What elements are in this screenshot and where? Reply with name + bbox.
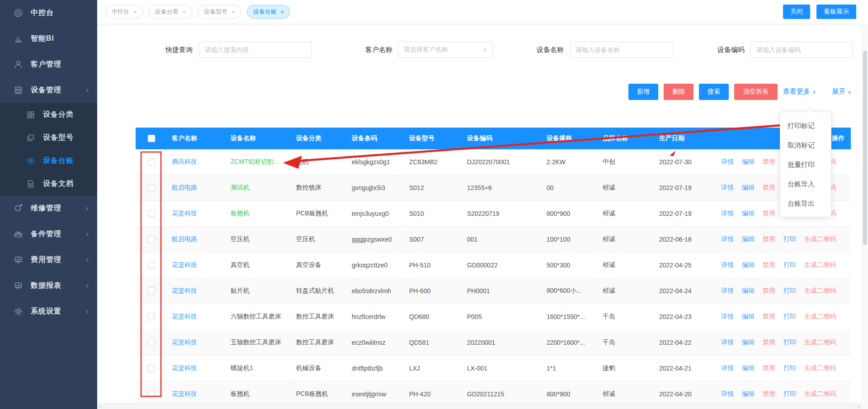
detail-link[interactable]: 详情: [721, 287, 734, 295]
disable-link[interactable]: 禁用: [763, 364, 775, 372]
print-link[interactable]: 打印: [783, 313, 796, 321]
generate-qrcode-link[interactable]: 生成二维码: [804, 235, 836, 243]
add-button[interactable]: 新增: [628, 84, 658, 100]
row-checkbox[interactable]: [148, 158, 155, 166]
sidebar-item-device-model[interactable]: 设备型号: [0, 126, 97, 149]
print-link[interactable]: 打印: [783, 338, 796, 347]
customer-name-link[interactable]: 花篮科技: [172, 261, 197, 269]
row-checkbox[interactable]: [148, 262, 155, 269]
tab-close-icon[interactable]: ×: [231, 9, 235, 15]
clear-all-button[interactable]: 清空所有: [734, 84, 778, 100]
disable-link[interactable]: 禁用: [763, 209, 775, 218]
scroll-left-icon[interactable]: ‹: [99, 404, 101, 409]
tab-console[interactable]: 中控台×: [105, 5, 143, 19]
tab-device-model[interactable]: 设备型号×: [198, 5, 241, 19]
edit-link[interactable]: 编辑: [742, 390, 755, 398]
print-link[interactable]: 打印: [783, 235, 796, 243]
generate-qrcode-link[interactable]: 生成二维码: [804, 287, 836, 295]
expand-link[interactable]: 展开∨: [832, 87, 851, 96]
customer-name-link[interactable]: 花篮科技: [172, 390, 197, 398]
row-checkbox[interactable]: [148, 287, 155, 295]
detail-link[interactable]: 详情: [721, 158, 734, 166]
detail-link[interactable]: 详情: [721, 313, 734, 321]
view-more-link[interactable]: 查看更多∧: [783, 87, 816, 96]
detail-link[interactable]: 详情: [721, 235, 734, 243]
board-display-button[interactable]: 看板展示: [816, 5, 856, 19]
sidebar-item-device-category[interactable]: 设备分类: [0, 103, 97, 126]
customer-name-link[interactable]: 花篮科技: [172, 338, 197, 347]
disable-link[interactable]: 禁用: [763, 235, 775, 243]
customer-name-link[interactable]: 花篮科技: [172, 209, 197, 218]
device-name-input[interactable]: [570, 42, 674, 58]
edit-link[interactable]: 编辑: [742, 338, 755, 347]
sidebar-item-system-settings[interactable]: 系统设置∨: [0, 299, 97, 324]
print-link[interactable]: 打印: [783, 390, 796, 398]
menu-item-print-mark[interactable]: 打印标记: [780, 116, 831, 135]
edit-link[interactable]: 编辑: [742, 184, 755, 192]
tab-device-ledger[interactable]: 设备台账×: [247, 5, 291, 19]
customer-name-select[interactable]: 请选择客户名称 ∨: [398, 42, 493, 58]
delete-button[interactable]: 删除: [664, 84, 693, 100]
generate-qrcode-link[interactable]: 生成二维码: [804, 390, 836, 398]
horizontal-scrollbar[interactable]: ‹ ›: [97, 403, 862, 409]
sidebar-item-spare-parts-mgmt[interactable]: 备件管理∨: [0, 221, 97, 247]
sidebar-item-repair-mgmt[interactable]: 维修管理∨: [0, 195, 97, 221]
menu-item-ledger-import[interactable]: 台账导入: [780, 174, 831, 194]
tab-device-category[interactable]: 设备分类×: [149, 5, 193, 19]
edit-link[interactable]: 编辑: [742, 158, 755, 166]
edit-link[interactable]: 编辑: [742, 287, 755, 295]
sidebar-item-device-docs[interactable]: 设备文档: [0, 172, 97, 195]
disable-link[interactable]: 禁用: [763, 287, 775, 295]
vertical-scrollbar-thumb[interactable]: [863, 51, 867, 245]
menu-item-ledger-export[interactable]: 台账导出: [780, 194, 831, 213]
detail-link[interactable]: 详情: [721, 390, 734, 398]
row-checkbox[interactable]: [148, 236, 155, 243]
tab-close-icon[interactable]: ×: [183, 9, 186, 15]
disable-link[interactable]: 禁用: [763, 338, 775, 347]
menu-item-cancel-mark[interactable]: 取消标记: [780, 135, 831, 155]
customer-name-link[interactable]: 花篮科技: [172, 313, 197, 321]
sidebar-item-console[interactable]: 中控台: [0, 0, 97, 26]
sidebar-item-smart-bi[interactable]: 智能BI: [0, 26, 97, 52]
detail-link[interactable]: 详情: [721, 184, 734, 192]
disable-link[interactable]: 禁用: [763, 158, 775, 166]
select-all-checkbox[interactable]: [148, 135, 155, 142]
sidebar-item-expense-mgmt[interactable]: 费用管理∨: [0, 247, 97, 273]
tab-close-icon[interactable]: ×: [133, 9, 137, 15]
edit-link[interactable]: 编辑: [742, 364, 755, 372]
generate-qrcode-link[interactable]: 生成二维码: [804, 261, 836, 269]
edit-link[interactable]: 编辑: [742, 209, 755, 218]
edit-link[interactable]: 编辑: [742, 261, 755, 269]
disable-link[interactable]: 禁用: [763, 390, 775, 398]
disable-link[interactable]: 禁用: [763, 184, 775, 192]
edit-link[interactable]: 编辑: [742, 235, 755, 243]
row-checkbox[interactable]: [148, 210, 155, 217]
quick-search-input[interactable]: [199, 42, 312, 58]
sidebar-item-device-mgmt[interactable]: 设备管理∧: [0, 77, 97, 103]
row-checkbox[interactable]: [148, 184, 155, 191]
customer-name-link[interactable]: 花篮科技: [172, 364, 197, 372]
generate-qrcode-link[interactable]: 生成二维码: [804, 313, 836, 321]
menu-item-batch-print[interactable]: 批量打印: [780, 155, 831, 174]
row-checkbox[interactable]: [148, 339, 155, 346]
customer-name-link[interactable]: 航启电路: [172, 184, 197, 192]
row-checkbox[interactable]: [148, 313, 155, 320]
print-link[interactable]: 打印: [783, 364, 796, 372]
tab-close-icon[interactable]: ×: [281, 9, 284, 15]
customer-name-link[interactable]: 腾讯科技: [172, 158, 197, 166]
row-checkbox[interactable]: [148, 365, 155, 372]
edit-link[interactable]: 编辑: [742, 313, 755, 321]
disable-link[interactable]: 禁用: [763, 261, 775, 269]
sidebar-item-customer-mgmt[interactable]: 客户管理: [0, 52, 97, 77]
customer-name-link[interactable]: 花篮科技: [172, 287, 197, 295]
close-button[interactable]: 关闭: [783, 5, 810, 19]
generate-qrcode-link[interactable]: 生成二维码: [804, 338, 836, 347]
disable-link[interactable]: 禁用: [763, 313, 775, 321]
sidebar-item-data-report[interactable]: 数据报表∨: [0, 273, 97, 299]
customer-name-link[interactable]: 航启电路: [172, 235, 197, 243]
detail-link[interactable]: 详情: [721, 338, 734, 347]
detail-link[interactable]: 详情: [721, 364, 734, 372]
print-link[interactable]: 打印: [783, 261, 796, 269]
detail-link[interactable]: 详情: [721, 209, 734, 218]
print-link[interactable]: 打印: [783, 287, 796, 295]
